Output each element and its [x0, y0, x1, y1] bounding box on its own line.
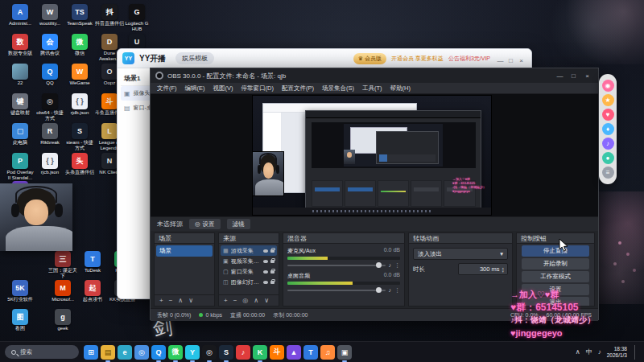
- channel-menu-icon[interactable]: ⋮: [394, 262, 400, 269]
- taskbar-app-icon[interactable]: ▣: [337, 345, 352, 360]
- obs-minimize-button[interactable]: —: [554, 72, 566, 80]
- mixer-dock-title[interactable]: 混音器: [283, 233, 404, 244]
- source-filters-button[interactable]: 滤镜: [227, 219, 250, 229]
- speaker-icon[interactable]: ♪: [389, 287, 392, 293]
- desktop-icon[interactable]: P Pod Overlay II Standal...: [6, 153, 35, 181]
- desktop-icon[interactable]: 抖 抖音直播伴侣: [95, 4, 124, 27]
- scenes-tool-button[interactable]: ∨: [188, 297, 193, 304]
- desktop-icon[interactable]: { } rjcb.json: [35, 153, 64, 175]
- assistant-tool-icon[interactable]: ●: [602, 152, 614, 164]
- transition-select[interactable]: 淡入淡出 ▾: [413, 248, 508, 260]
- taskbar-app-icon[interactable]: Q: [151, 345, 166, 360]
- source-list-item[interactable]: ▢ 窗口采集: [221, 266, 277, 277]
- menu-item[interactable]: 编辑(E): [185, 84, 205, 93]
- visibility-eye-icon[interactable]: [263, 281, 268, 284]
- volume-icon[interactable]: ♪: [598, 348, 601, 356]
- desktop-icon[interactable]: A Administ...: [6, 4, 35, 27]
- taskbar-app-icon[interactable]: T: [303, 345, 318, 360]
- taskbar-app-icon[interactable]: 微: [168, 345, 183, 360]
- desktop-icon[interactable]: W WeGame: [65, 64, 94, 86]
- taskbar-app-icon[interactable]: e: [118, 345, 132, 360]
- input-language-indicator[interactable]: 中: [586, 348, 592, 356]
- desktop-icon[interactable]: ◎ obs64 - 快捷方式: [35, 93, 64, 121]
- control-button[interactable]: 工作室模式: [522, 271, 589, 282]
- desktop-icon[interactable]: TS TeamSpeak: [65, 4, 94, 27]
- desktop-icon[interactable]: 22: [6, 64, 35, 86]
- taskbar-clock[interactable]: 18:38 2026/1/3: [607, 346, 627, 358]
- taskbar-app-icon[interactable]: Y: [185, 345, 200, 360]
- source-list-item[interactable]: ◫ 图像幻灯片放映: [221, 277, 277, 287]
- sources-tool-button[interactable]: −: [233, 297, 237, 304]
- desktop-icon[interactable]: 图 看图: [6, 309, 35, 331]
- tray-expand-icon[interactable]: ∧: [576, 348, 580, 356]
- transitions-dock-title[interactable]: 转场动画: [409, 233, 512, 244]
- taskbar-app-icon[interactable]: ▤: [101, 345, 115, 360]
- desktop-icon[interactable]: S steam - 快捷方式: [65, 123, 94, 151]
- volume-slider[interactable]: [287, 290, 386, 291]
- source-list-item[interactable]: ▣ 视频采集设备: [221, 256, 277, 266]
- show-desktop-button[interactable]: [634, 345, 636, 360]
- scene-list-item[interactable]: 场景: [156, 245, 213, 257]
- speaker-icon[interactable]: ♪: [389, 262, 392, 268]
- volume-slider[interactable]: [287, 265, 386, 266]
- sources-tool-button[interactable]: +: [224, 297, 228, 304]
- taskbar-app-icon[interactable]: ⊞: [84, 345, 98, 360]
- control-button[interactable]: 停止直播: [522, 245, 589, 257]
- desktop-icon[interactable]: 数 数据专业版: [6, 34, 35, 56]
- sources-tool-button[interactable]: ∧: [254, 297, 258, 304]
- desktop-icon[interactable]: G Logitech G HUB: [122, 4, 151, 32]
- scenes-tool-button[interactable]: ∧: [178, 297, 183, 304]
- assistant-tool-icon[interactable]: ★: [602, 94, 614, 106]
- scenes-tool-button[interactable]: +: [159, 297, 163, 304]
- assistant-tool-icon[interactable]: ♥: [602, 109, 614, 121]
- menu-item[interactable]: 文件(F): [157, 84, 177, 93]
- visibility-eye-icon[interactable]: [263, 270, 268, 274]
- desktop-icon[interactable]: 会 腾讯会议: [35, 34, 64, 56]
- sources-tool-button[interactable]: ◎: [242, 297, 248, 304]
- obs-maximize-button[interactable]: □: [568, 72, 580, 80]
- menu-item[interactable]: 配置文件(P): [282, 84, 314, 93]
- desktop-icon[interactable]: M Microsof...: [48, 280, 77, 302]
- assistant-tool-icon[interactable]: ◉: [602, 80, 614, 92]
- taskbar-app-icon[interactable]: K: [253, 345, 267, 360]
- control-button[interactable]: 开始录制: [522, 258, 589, 269]
- desktop-icon[interactable]: 键 键盘映射: [6, 93, 35, 116]
- transition-duration-input[interactable]: 300 ms ▴▾: [458, 263, 508, 275]
- menu-item[interactable]: 工具(T): [362, 84, 382, 93]
- lock-icon[interactable]: [270, 281, 275, 284]
- taskbar-app-icon[interactable]: ♫: [320, 345, 335, 360]
- desktop-icon[interactable]: Q QQ: [35, 64, 64, 86]
- yy-close-button[interactable]: ×: [516, 57, 526, 64]
- taskbar-app-icon[interactable]: ◎: [202, 345, 217, 360]
- desktop-icon[interactable]: W wootility...: [35, 4, 64, 27]
- lock-icon[interactable]: [270, 249, 275, 253]
- yy-notice-link[interactable]: 公告福利3元/VIP: [448, 55, 490, 63]
- desktop-icon[interactable]: 5K 5K行业软件: [6, 280, 35, 302]
- visibility-eye-icon[interactable]: [263, 249, 268, 253]
- lock-icon[interactable]: [270, 260, 275, 263]
- taskbar-app-icon[interactable]: S: [219, 345, 233, 360]
- desktop-icon[interactable]: g geek: [48, 309, 77, 331]
- scenes-tool-button[interactable]: −: [169, 297, 173, 304]
- sources-dock-title[interactable]: 来源: [219, 233, 279, 244]
- source-list-item[interactable]: ▦ 游戏采集: [221, 245, 277, 256]
- obs-preview-canvas[interactable]: →加入♡♥群♥群：65145105♪抖：饶靖（龙城靖少）♥jinggegeyo: [151, 94, 598, 216]
- obs-close-button[interactable]: ×: [581, 72, 593, 80]
- desktop-icon[interactable]: 起 起点读书: [78, 280, 107, 302]
- desktop-icon[interactable]: 头 头条直播伴侣: [65, 153, 94, 175]
- sources-tool-button[interactable]: ∨: [264, 297, 269, 304]
- desktop-icon[interactable]: T ToDesk: [78, 251, 107, 274]
- taskbar-app-icon[interactable]: ▲: [287, 345, 301, 360]
- menu-item[interactable]: 帮助(H): [390, 84, 411, 93]
- desktop-icon[interactable]: R Rikbreak: [35, 123, 64, 146]
- channel-menu-icon[interactable]: ⋮: [394, 287, 400, 294]
- assistant-tool-icon[interactable]: ≡: [602, 167, 614, 179]
- spinner-arrows-icon[interactable]: ▴▾: [502, 266, 504, 273]
- assistant-tool-icon[interactable]: ♦: [602, 123, 614, 135]
- assistant-tool-icon[interactable]: ♪: [602, 138, 614, 150]
- obs-titlebar[interactable]: OBS 30.0.0 - 配置文件: 未命名 - 场景: qjb —□×: [151, 68, 598, 83]
- menu-item[interactable]: 场景集合(S): [322, 84, 354, 93]
- desktop-icon[interactable]: 三 三国：谋定天下: [48, 251, 77, 279]
- yy-vip-badge[interactable]: ♛ 会员版: [353, 53, 386, 64]
- controls-dock-title[interactable]: 控制按钮: [517, 233, 594, 244]
